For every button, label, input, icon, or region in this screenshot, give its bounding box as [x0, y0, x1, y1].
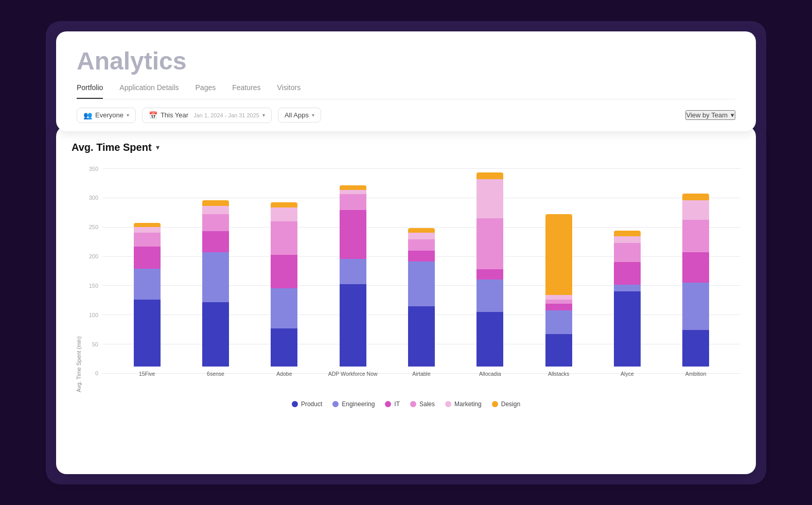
legend-item-product: Product: [292, 400, 322, 408]
bar-stack[interactable]: [476, 172, 503, 366]
bar-stack[interactable]: [545, 214, 572, 366]
bar-segment-sales: [202, 214, 229, 231]
legend-label: IT: [394, 400, 400, 408]
legend-item-sales: Sales: [410, 400, 435, 408]
legend-item-it: IT: [385, 400, 400, 408]
bar-stack[interactable]: [408, 228, 435, 366]
all-apps-label: All Apps: [285, 111, 309, 119]
bar-segment-product: [134, 300, 161, 367]
bar-segment-marketing: [476, 179, 503, 218]
bar-segment-it: [271, 255, 297, 288]
this-year-chevron: ▾: [262, 112, 265, 118]
bar-segment-product: [408, 306, 435, 367]
bar-group: Alyce: [607, 231, 648, 377]
bar-group: Allocadia: [469, 172, 510, 376]
bar-stack[interactable]: [134, 223, 161, 367]
all-apps-filter[interactable]: All Apps ▾: [278, 108, 321, 123]
tab-visitors[interactable]: Visitors: [277, 83, 301, 99]
bar-group: ADP Workforce Now: [332, 185, 374, 376]
bar-segment-sales: [545, 300, 572, 304]
bar-segment-product: [340, 284, 366, 367]
view-by-chevron: ▾: [731, 111, 734, 119]
bar-label: 6sense: [207, 371, 224, 377]
tabs-row: Portfolio Application Details Pages Feat…: [77, 83, 735, 99]
legend-item-marketing: Marketing: [445, 400, 482, 408]
bar-segment-marketing: [614, 236, 641, 243]
everyone-filter[interactable]: 👥 Everyone ▾: [77, 108, 136, 123]
bar-segment-it: [408, 251, 435, 262]
legend-dot: [492, 401, 498, 407]
bar-segment-design: [340, 185, 366, 190]
bar-segment-sales: [134, 233, 161, 247]
bar-label: ADP Workforce Now: [328, 371, 378, 377]
bar-label: Allstacks: [548, 371, 569, 377]
bar-group: 15Five: [127, 223, 168, 377]
bar-label: Adobe: [276, 371, 292, 377]
bar-segment-engineering: [476, 280, 503, 312]
legend-dot: [410, 401, 416, 407]
chart-title: Avg. Time Spent: [72, 142, 152, 153]
bar-segment-sales: [408, 239, 435, 251]
legend-dot: [292, 401, 298, 407]
legend-label: Design: [501, 400, 520, 408]
bar-segment-design: [545, 214, 572, 295]
users-icon: 👥: [83, 111, 92, 119]
bar-segment-design: [271, 202, 297, 208]
bar-stack[interactable]: [614, 231, 641, 367]
bar-segment-design: [134, 223, 161, 228]
legend-dot: [332, 401, 339, 407]
bar-segment-sales: [682, 220, 709, 252]
bar-segment-engineering: [202, 252, 229, 302]
everyone-chevron: ▾: [127, 112, 129, 118]
bar-label: Ambition: [685, 371, 707, 377]
bar-segment-engineering: [614, 285, 641, 291]
view-by-label: View by Team: [686, 111, 728, 119]
tab-application-details[interactable]: Application Details: [119, 83, 179, 99]
bar-stack[interactable]: [271, 202, 297, 367]
legend-item-design: Design: [492, 400, 520, 408]
bar-segment-engineering: [682, 283, 709, 330]
bar-segment-design: [408, 228, 435, 233]
bar-segment-engineering: [545, 310, 572, 334]
bar-stack[interactable]: [340, 185, 366, 366]
bar-group: Adobe: [263, 202, 305, 377]
tab-portfolio[interactable]: Portfolio: [77, 83, 103, 99]
tab-features[interactable]: Features: [232, 83, 260, 99]
outer-wrapper: Analytics Portfolio Application Details …: [46, 21, 766, 484]
bar-segment-engineering: [271, 288, 297, 328]
this-year-filter[interactable]: 📅 This Year Jan 1, 2024 - Jan 31 2025 ▾: [142, 108, 272, 123]
bars-container: 15Five6senseAdobeADP Workforce NowAirtab…: [102, 166, 740, 377]
y-tick-label: 50: [82, 341, 98, 347]
analytics-header-card: Analytics Portfolio Application Details …: [56, 31, 756, 131]
bar-segment-product: [682, 330, 709, 366]
bar-segment-marketing: [271, 207, 297, 221]
bar-segment-sales: [476, 218, 503, 269]
bar-segment-product: [476, 312, 503, 367]
calendar-icon: 📅: [149, 111, 157, 119]
legend: ProductEngineeringITSalesMarketingDesign: [72, 400, 740, 408]
chart-title-chevron[interactable]: ▾: [156, 143, 160, 151]
bar-segment-it: [614, 262, 641, 284]
legend-label: Marketing: [454, 400, 482, 408]
filters-row: 👥 Everyone ▾ 📅 This Year Jan 1, 2024 - J…: [77, 99, 735, 131]
bar-segment-design: [682, 194, 709, 200]
bar-segment-design: [614, 231, 641, 236]
bar-segment-marketing: [408, 233, 435, 239]
bar-segment-product: [614, 291, 641, 367]
bar-segment-design: [202, 200, 229, 206]
bar-group: Airtable: [401, 228, 442, 376]
bar-label: 15Five: [139, 371, 155, 377]
view-by-team-button[interactable]: View by Team ▾: [685, 110, 735, 120]
bar-stack[interactable]: [202, 200, 229, 366]
y-tick-label: 200: [82, 253, 98, 259]
bar-label: Allocadia: [479, 371, 501, 377]
bar-stack[interactable]: [682, 194, 709, 366]
y-tick-label: 150: [82, 283, 98, 289]
y-tick-label: 250: [82, 224, 98, 230]
y-tick-label: 300: [82, 195, 98, 201]
bar-segment-it: [545, 304, 572, 310]
tab-pages[interactable]: Pages: [196, 83, 216, 99]
legend-label: Product: [301, 400, 322, 408]
bar-segment-it: [340, 210, 366, 259]
bar-segment-marketing: [340, 190, 366, 195]
